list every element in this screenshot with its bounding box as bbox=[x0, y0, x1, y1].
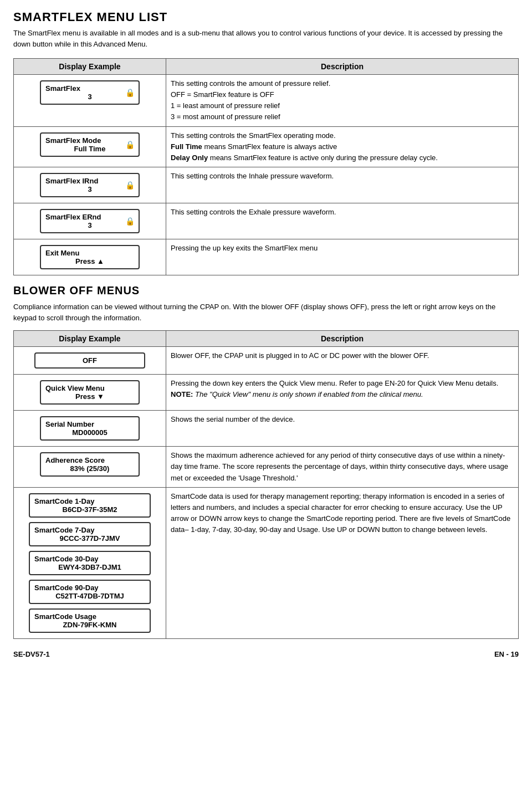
display-box-2: SmartFlex IRnd3🔒 bbox=[40, 173, 140, 197]
smartflex-desc-cell-2: This setting controls the Inhale pressur… bbox=[166, 167, 519, 203]
display-group-title-4: SmartCode Usage bbox=[34, 612, 145, 621]
smartflex-table: Display Example Description SmartFlex3🔒T… bbox=[13, 58, 519, 275]
blower-display-title-1: Quick View Menu bbox=[45, 384, 134, 392]
display-group-sub-3: C52TT-47DB-7DTMJ bbox=[34, 592, 145, 600]
footer-left: SE-DV57-1 bbox=[13, 650, 50, 658]
blower-display-sub-1: Press ▼ bbox=[45, 392, 134, 401]
display-box-group-4-0: SmartCode 1-DayB6CD-37F-35M2 bbox=[29, 493, 151, 518]
blower-display-title-0: OFF bbox=[83, 356, 97, 365]
display-box-group-4-2: SmartCode 30-DayEWY4-3DB7-DJM1 bbox=[29, 551, 151, 575]
blower-display-box-3: Adherence Score83% (25/30) bbox=[40, 452, 140, 477]
display-title-2: SmartFlex IRnd bbox=[45, 177, 98, 185]
blower-display-title-2: Serial Number bbox=[45, 420, 134, 428]
blower-display-cell-1: Quick View MenuPress ▼ bbox=[14, 375, 166, 411]
blower-desc-cell-0: Blower OFF, the CPAP unit is plugged in … bbox=[166, 347, 519, 375]
blower-table: Display Example Description OFFBlower OF… bbox=[13, 330, 519, 638]
smartflex-desc-cell-0: This setting controls the amount of pres… bbox=[166, 75, 519, 127]
display-box-group-4-3: SmartCode 90-DayC52TT-47DB-7DTMJ bbox=[29, 580, 151, 604]
display-title-0: SmartFlex bbox=[45, 84, 80, 93]
display-title-1: SmartFlex Mode bbox=[45, 136, 101, 145]
blower-intro: Compliance information can be viewed wit… bbox=[13, 301, 519, 324]
display-group-sub-4: ZDN-79FK-KMN bbox=[34, 621, 145, 629]
display-group-sub-0: B6CD-37F-35M2 bbox=[34, 505, 145, 514]
display-sub-0: 3 bbox=[45, 93, 134, 101]
display-group-title-0: SmartCode 1-Day bbox=[34, 497, 145, 505]
blower-display-box-0: OFF bbox=[34, 352, 145, 369]
display-box-4: Exit MenuPress ▲ bbox=[40, 245, 140, 269]
smartflex-display-cell-3: SmartFlex ERnd3🔒 bbox=[14, 203, 166, 239]
blower-desc-cell-1: Pressing the down key enters the Quick V… bbox=[166, 375, 519, 411]
blower-col2-header: Description bbox=[166, 331, 519, 347]
blower-display-cell-0: OFF bbox=[14, 347, 166, 375]
display-group-title-3: SmartCode 90-Day bbox=[34, 584, 145, 592]
blower-section-title: BLOWER OFF MENUS bbox=[13, 284, 519, 297]
blower-display-title-3: Adherence Score bbox=[45, 456, 134, 464]
display-box-3: SmartFlex ERnd3🔒 bbox=[40, 209, 140, 233]
display-group-title-2: SmartCode 30-Day bbox=[34, 555, 145, 563]
lock-icon-2: 🔒 bbox=[125, 181, 135, 190]
page-intro: The SmartFlex menu is available in all m… bbox=[13, 28, 519, 49]
page-footer: SE-DV57-1 EN - 19 bbox=[13, 650, 519, 658]
display-title-3: SmartFlex ERnd bbox=[45, 213, 101, 221]
blower-display-box-2: Serial NumberMD000005 bbox=[40, 416, 140, 441]
display-group-sub-1: 9CCC-377D-7JMV bbox=[34, 534, 145, 543]
smartflex-display-cell-4: Exit MenuPress ▲ bbox=[14, 239, 166, 275]
lock-icon-1: 🔒 bbox=[125, 140, 135, 149]
smartflex-desc-cell-1: This setting controls the SmartFlex oper… bbox=[166, 126, 519, 167]
footer-right: EN - 19 bbox=[494, 650, 519, 658]
blower-display-sub-3: 83% (25/30) bbox=[45, 464, 134, 473]
page-title: SMARTFLEX MENU LIST bbox=[13, 10, 519, 24]
blower-display-sub-2: MD000005 bbox=[45, 428, 134, 437]
lock-icon-3: 🔒 bbox=[125, 217, 135, 226]
blower-desc-cell-2: Shows the serial number of the device. bbox=[166, 411, 519, 447]
blower-desc-cell-3: Shows the maximum adherence achieved for… bbox=[166, 447, 519, 487]
lock-icon-0: 🔒 bbox=[125, 88, 135, 97]
smartflex-desc-cell-3: This setting controls the Exhale pressur… bbox=[166, 203, 519, 239]
display-box-0: SmartFlex3🔒 bbox=[40, 80, 140, 105]
smartflex-desc-cell-4: Pressing the up key exits the SmartFlex … bbox=[166, 239, 519, 275]
display-box-group-4-4: SmartCode UsageZDN-79FK-KMN bbox=[29, 608, 151, 633]
display-box-1: SmartFlex ModeFull Time🔒 bbox=[40, 132, 140, 157]
display-sub-4: Press ▲ bbox=[45, 257, 134, 265]
display-title-4: Exit Menu bbox=[45, 249, 79, 257]
blower-display-cell-4: SmartCode 1-DayB6CD-37F-35M2SmartCode 7-… bbox=[14, 487, 166, 638]
smartflex-display-cell-0: SmartFlex3🔒 bbox=[14, 75, 166, 127]
display-group-sub-2: EWY4-3DB7-DJM1 bbox=[34, 563, 145, 571]
display-sub-1: Full Time bbox=[45, 145, 134, 153]
blower-col1-header: Display Example bbox=[14, 331, 166, 347]
blower-display-box-1: Quick View MenuPress ▼ bbox=[40, 380, 140, 405]
display-group-title-1: SmartCode 7-Day bbox=[34, 526, 145, 534]
display-sub-2: 3 bbox=[45, 185, 134, 193]
blower-display-cell-3: Adherence Score83% (25/30) bbox=[14, 447, 166, 487]
display-sub-3: 3 bbox=[45, 221, 134, 229]
smartflex-display-cell-2: SmartFlex IRnd3🔒 bbox=[14, 167, 166, 203]
smartflex-col1-header: Display Example bbox=[14, 59, 166, 75]
blower-desc-cell-4: SmartCode data is used for therapy manag… bbox=[166, 487, 519, 638]
smartflex-col2-header: Description bbox=[166, 59, 519, 75]
blower-display-cell-2: Serial NumberMD000005 bbox=[14, 411, 166, 447]
smartflex-display-cell-1: SmartFlex ModeFull Time🔒 bbox=[14, 126, 166, 167]
display-box-group-4-1: SmartCode 7-Day9CCC-377D-7JMV bbox=[29, 522, 151, 546]
